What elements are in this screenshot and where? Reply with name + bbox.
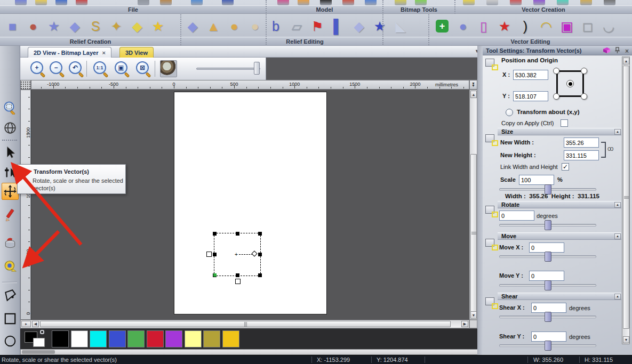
- zoom-object-button[interactable]: ▣: [114, 61, 130, 77]
- create-polyline-tool[interactable]: [2, 287, 19, 304]
- ribbon-row1-icon[interactable]: [604, 0, 615, 5]
- zoom-selection-tool[interactable]: [2, 99, 19, 116]
- smooth-relief-icon[interactable]: ◆: [183, 15, 202, 37]
- palette-scrollbar[interactable]: [20, 349, 483, 355]
- y-position-input[interactable]: [513, 91, 548, 101]
- ribbon-row1-icon[interactable]: [160, 0, 172, 5]
- ribbon-row1-icon[interactable]: [138, 0, 149, 5]
- node-editing-tool[interactable]: [2, 164, 19, 181]
- shape-editor-icon[interactable]: ●: [24, 15, 42, 37]
- pin-icon[interactable]: [614, 47, 620, 54]
- primary-secondary-colors[interactable]: [23, 330, 49, 348]
- dimension-tool[interactable]: [2, 258, 19, 275]
- tab-2d-view[interactable]: 2D View - Bitmap Layer ×: [28, 47, 111, 58]
- link-colors-icon[interactable]: [40, 330, 44, 334]
- ribbon-group-relief-creation[interactable]: Relief Creation: [0, 37, 181, 46]
- ribbon-row1-icon[interactable]: [533, 0, 545, 5]
- palette-swatch[interactable]: [203, 330, 220, 347]
- extrude-relief-icon[interactable]: ★: [45, 15, 63, 37]
- sculpting-icon[interactable]: ▲: [204, 15, 222, 37]
- texture-flow-icon[interactable]: ★: [371, 15, 389, 37]
- selection-center-cross[interactable]: +: [235, 252, 238, 257]
- ribbon-row1-icon[interactable]: [557, 0, 569, 5]
- ribbon-row1-icon[interactable]: [277, 0, 289, 5]
- origin-corner-top-right[interactable]: [581, 68, 587, 74]
- origin-corner-bottom-left[interactable]: [553, 93, 559, 100]
- rotate-section-band[interactable]: Rotate▲: [498, 201, 621, 208]
- greyscale-relief-icon[interactable]: ■: [3, 15, 21, 37]
- panel-header[interactable]: Tool Settings: Transform Vector(s) ×: [483, 46, 632, 55]
- move-x-slider-thumb[interactable]: [545, 252, 551, 262]
- ribbon-row1-icon[interactable]: [486, 0, 498, 5]
- help-book-icon[interactable]: [603, 47, 611, 54]
- shear-x-slider-thumb[interactable]: [545, 312, 551, 322]
- ribbon-row1-icon[interactable]: [191, 0, 203, 5]
- palette-swatch[interactable]: [147, 330, 164, 347]
- ribbon-row1-icon[interactable]: [395, 0, 406, 5]
- contrast-slider-track[interactable]: [196, 68, 260, 70]
- palette-swatch[interactable]: [127, 330, 145, 347]
- move-section-band[interactable]: Move▲: [498, 232, 621, 240]
- collapse-arrow-icon[interactable]: ▲: [614, 202, 621, 208]
- zoom-out-button[interactable]: −: [49, 61, 65, 77]
- palette-swatch[interactable]: [109, 330, 126, 347]
- ribbon-row1-icon[interactable]: [510, 0, 522, 5]
- ribbon-row1-icon[interactable]: [320, 0, 332, 5]
- hscroll-thumb[interactable]: [40, 321, 451, 327]
- palette-swatch[interactable]: [185, 330, 202, 347]
- two-rail-sweep-icon[interactable]: ◆: [128, 15, 146, 37]
- erase-relief-icon[interactable]: ●: [246, 15, 264, 37]
- drawing-canvas[interactable]: +: [31, 90, 469, 320]
- selection-handle[interactable]: [213, 232, 217, 236]
- zoom-previous-button[interactable]: ↶: [68, 61, 84, 77]
- new-width-input[interactable]: [564, 137, 599, 148]
- ribbon-row1-icon[interactable]: [15, 0, 27, 5]
- selection-handle[interactable]: [258, 232, 262, 236]
- measure-tool[interactable]: [2, 207, 19, 224]
- rotate-input[interactable]: [499, 211, 534, 221]
- scroll-down-arrow[interactable]: ▼: [623, 336, 629, 343]
- ribbon-row1-icon[interactable]: [580, 0, 592, 5]
- ribbon-group-vector-creation[interactable]: Vector Creation: [455, 5, 632, 14]
- shear-section-band[interactable]: Shear▲: [498, 293, 621, 300]
- palette-swatch[interactable]: [90, 330, 107, 347]
- panel-scroll-thumb[interactable]: [623, 66, 629, 329]
- origin-center-radio[interactable]: [566, 80, 574, 87]
- scroll-left-arrow[interactable]: ◀: [32, 321, 39, 327]
- trim-vectors-icon[interactable]: ◡: [599, 15, 618, 37]
- collapse-arrow-icon[interactable]: ▲: [614, 233, 621, 239]
- contrast-slider-handle[interactable]: [254, 62, 260, 75]
- fit-arcs-icon[interactable]: ): [516, 15, 534, 37]
- zoom-1to1-button[interactable]: 1:1: [93, 61, 109, 77]
- vector-selection-box[interactable]: +: [214, 233, 261, 276]
- panel-close-icon[interactable]: ×: [625, 46, 629, 56]
- zoom-extents-button[interactable]: ⊠: [135, 61, 151, 77]
- tab-3d-view[interactable]: 3D View: [119, 47, 154, 58]
- ribbon-row1-icon[interactable]: [342, 0, 354, 5]
- selection-handle[interactable]: [213, 253, 217, 256]
- canvas-hscrollbar[interactable]: ▸ ◀ ▶: [20, 320, 469, 328]
- distort-relief-icon[interactable]: ▌: [329, 15, 347, 37]
- palette-swatch[interactable]: [71, 330, 88, 347]
- tab-close-icon[interactable]: ×: [102, 50, 105, 56]
- selection-handle[interactable]: [258, 253, 262, 256]
- pan-mode-button[interactable]: ▸: [21, 321, 31, 327]
- shear-y-slider-thumb[interactable]: [545, 341, 551, 351]
- ribbon-row1-icon[interactable]: [463, 0, 475, 5]
- ribbon-group-vector-editing[interactable]: Vector Editing: [429, 37, 632, 46]
- create-boundary-icon[interactable]: +: [433, 15, 451, 37]
- mirror-vectors-icon[interactable]: ◠: [537, 15, 555, 37]
- dynamic-sculpt-icon[interactable]: ●: [225, 15, 243, 37]
- turn-relief-icon[interactable]: ◆: [66, 15, 84, 37]
- sweep-profile-icon[interactable]: S: [86, 15, 105, 37]
- palette-scroll-thumb[interactable]: [22, 350, 55, 354]
- unwrap-relief-icon[interactable]: ▱: [287, 15, 306, 37]
- emboss-relief-icon[interactable]: b: [267, 15, 285, 37]
- ribbon-group-bitmap-tools[interactable]: Bitmap Tools: [383, 5, 455, 14]
- vscroll-thumb[interactable]: [470, 154, 477, 312]
- selection-stretch-handle[interactable]: [206, 252, 212, 257]
- selection-stretch-handle[interactable]: [235, 279, 241, 284]
- origin-corner-top-left[interactable]: [553, 68, 559, 74]
- create-rectangle-tool[interactable]: [2, 310, 19, 327]
- selection-handle[interactable]: [258, 273, 262, 277]
